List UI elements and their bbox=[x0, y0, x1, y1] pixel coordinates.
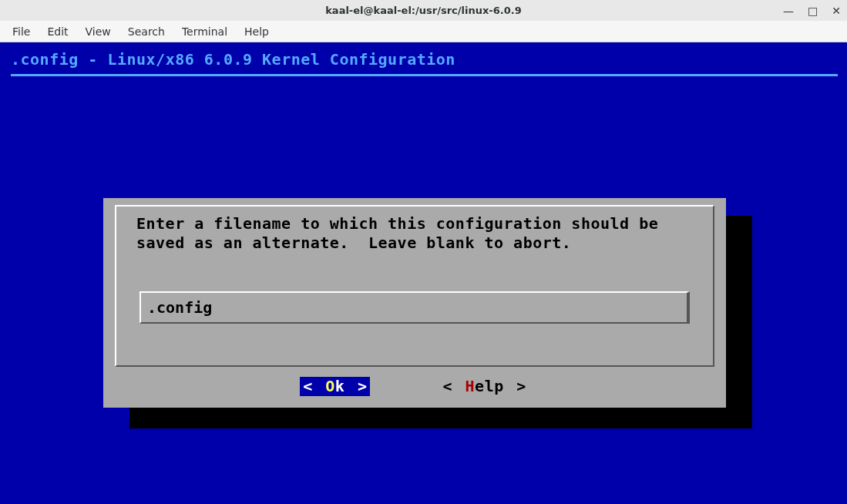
filename-field-wrap[interactable] bbox=[139, 291, 690, 324]
window-titlebar: kaal-el@kaal-el:/usr/src/linux-6.0.9 — □… bbox=[0, 0, 847, 21]
menu-help[interactable]: Help bbox=[237, 22, 277, 41]
menu-terminal[interactable]: Terminal bbox=[174, 22, 235, 41]
menu-view[interactable]: View bbox=[78, 22, 119, 41]
help-hotkey: H bbox=[466, 377, 476, 396]
save-config-dialog: Enter a filename to which this configura… bbox=[103, 198, 726, 408]
menubar: File Edit View Search Terminal Help bbox=[0, 21, 847, 42]
dialog-prompt: Enter a filename to which this configura… bbox=[136, 214, 693, 253]
window-maximize-button[interactable]: □ bbox=[808, 5, 818, 17]
ok-hotkey: O bbox=[325, 377, 335, 396]
menu-search[interactable]: Search bbox=[120, 22, 173, 41]
window-title: kaal-el@kaal-el:/usr/src/linux-6.0.9 bbox=[325, 5, 522, 16]
menu-file[interactable]: File bbox=[5, 22, 38, 41]
terminal-viewport: .config - Linux/x86 6.0.9 Kernel Configu… bbox=[0, 42, 847, 504]
filename-input[interactable] bbox=[147, 298, 681, 318]
help-button[interactable]: < Help > bbox=[439, 377, 529, 396]
window-close-button[interactable]: ✕ bbox=[832, 5, 841, 17]
menuconfig-header: .config - Linux/x86 6.0.9 Kernel Configu… bbox=[11, 50, 838, 76]
window-controls: — □ ✕ bbox=[783, 0, 841, 21]
ok-button[interactable]: < Ok > bbox=[300, 377, 370, 396]
window-minimize-button[interactable]: — bbox=[783, 5, 794, 17]
dialog-button-row: < Ok > < Help > bbox=[104, 375, 725, 398]
dialog-inner-frame: Enter a filename to which this configura… bbox=[115, 205, 714, 367]
menu-edit[interactable]: Edit bbox=[39, 22, 76, 41]
